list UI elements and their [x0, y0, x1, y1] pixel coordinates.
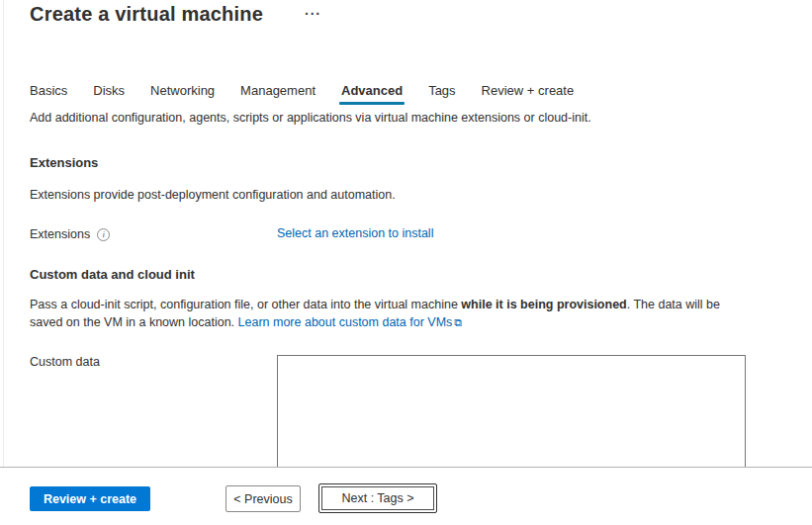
custom-data-textarea[interactable]: [277, 355, 746, 467]
panel-left-border: [3, 0, 4, 467]
tab-advanced[interactable]: Advanced: [341, 83, 403, 105]
tab-networking[interactable]: Networking: [150, 83, 215, 105]
custom-data-section-description: Pass a cloud-init script, configuration …: [30, 296, 736, 331]
custom-data-section-heading: Custom data and cloud init: [30, 267, 195, 282]
extensions-field-row: Extensions i Select an extension to inst…: [30, 227, 745, 241]
extensions-field-label: Extensions: [30, 227, 90, 241]
custom-data-field-row: Custom data: [30, 352, 100, 370]
next-tags-button[interactable]: Next : Tags >: [318, 483, 437, 513]
more-options-icon[interactable]: ···: [305, 6, 321, 22]
custom-data-field-label: Custom data: [30, 355, 100, 369]
extensions-section-heading: Extensions: [30, 155, 98, 170]
info-icon[interactable]: i: [97, 228, 110, 241]
page-title: Create a virtual machine: [30, 3, 263, 26]
external-link-icon: ⧉: [454, 316, 462, 328]
tab-description: Add additional configuration, agents, sc…: [30, 111, 742, 125]
custom-data-desc-bold: while it is being provisioned: [461, 298, 626, 311]
review-create-button[interactable]: Review + create: [30, 486, 150, 511]
custom-data-desc-text: Pass a cloud-init script, configuration …: [30, 298, 461, 311]
extensions-section-description: Extensions provide post-deployment confi…: [30, 188, 396, 202]
tab-basics[interactable]: Basics: [30, 83, 67, 105]
custom-data-textarea-wrapper: [277, 355, 746, 467]
footer-bar: Review + create < Previous Next : Tags >: [0, 468, 812, 525]
tab-review-create[interactable]: Review + create: [482, 83, 575, 105]
previous-button[interactable]: < Previous: [226, 485, 301, 512]
tab-disks[interactable]: Disks: [93, 83, 125, 105]
select-extension-link[interactable]: Select an extension to install: [277, 226, 433, 240]
tab-tags[interactable]: Tags: [428, 83, 455, 105]
wizard-tabs: Basics Disks Networking Management Advan…: [30, 83, 574, 105]
learn-more-link[interactable]: Learn more about custom data for VMs: [238, 315, 453, 329]
tab-management[interactable]: Management: [240, 83, 316, 105]
